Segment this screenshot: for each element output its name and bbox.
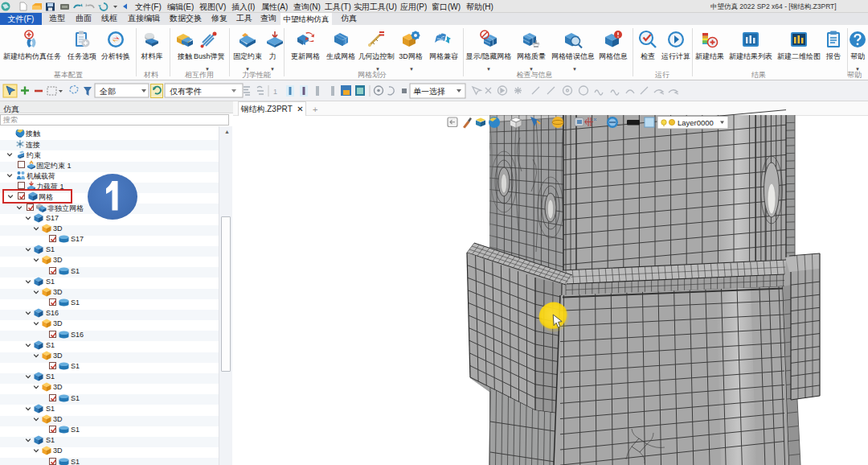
svg-text:Layer0000: Layer0000 <box>678 118 714 127</box>
